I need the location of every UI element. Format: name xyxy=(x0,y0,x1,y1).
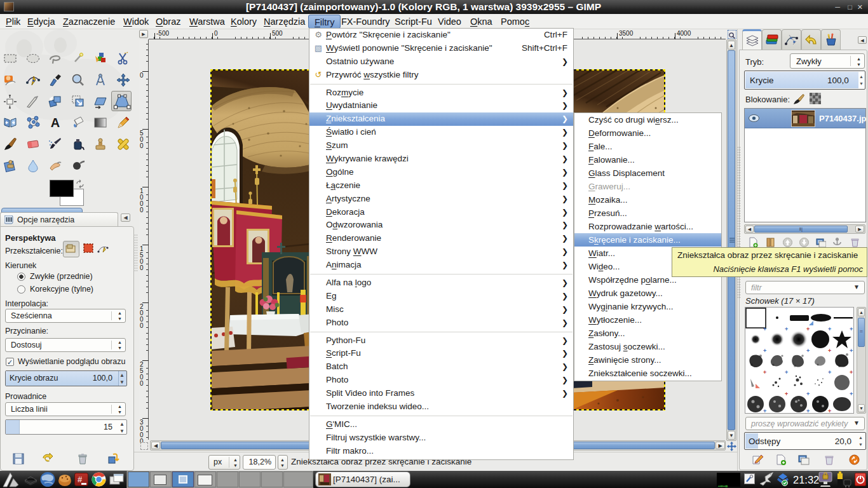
svg-text:+: + xyxy=(763,348,766,354)
svg-text:+: + xyxy=(850,348,853,354)
svg-text:+: + xyxy=(785,326,788,332)
svg-text:+: + xyxy=(806,391,810,397)
svg-text:+: + xyxy=(763,326,766,332)
svg-text:+: + xyxy=(785,391,788,397)
svg-text:+: + xyxy=(828,326,831,332)
svg-text:A: A xyxy=(51,116,60,130)
svg-text:+: + xyxy=(806,326,810,332)
svg-text:+: + xyxy=(806,408,810,413)
svg-text:+: + xyxy=(828,408,831,413)
svg-text:+: + xyxy=(763,369,766,376)
svg-text:+: + xyxy=(850,369,853,376)
svg-text:+: + xyxy=(763,408,766,413)
svg-text:+: + xyxy=(828,348,831,354)
svg-text:+: + xyxy=(828,369,831,376)
svg-text:+: + xyxy=(785,369,788,376)
svg-text:+: + xyxy=(850,326,853,332)
svg-text:+: + xyxy=(850,391,853,397)
svg-text:+: + xyxy=(806,348,810,354)
